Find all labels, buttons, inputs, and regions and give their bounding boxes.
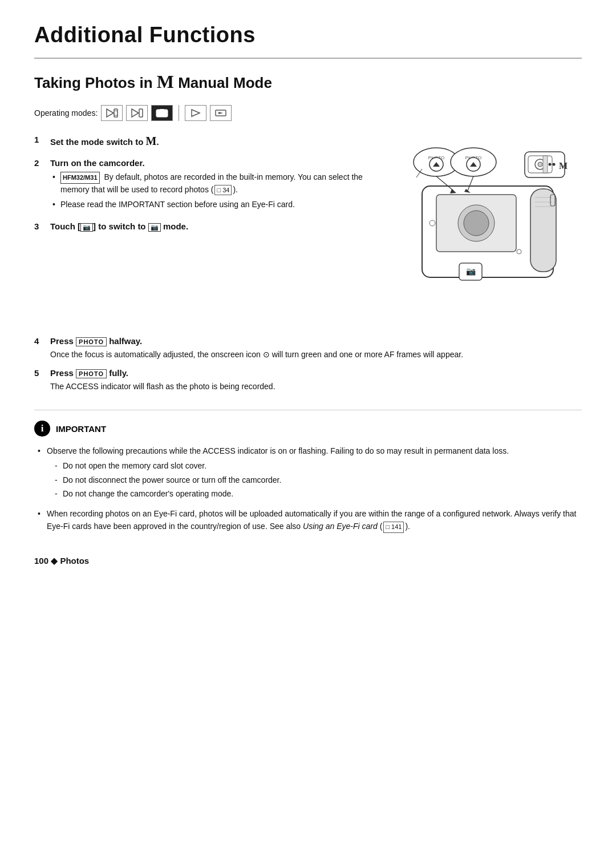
step-1-content: Set the mode switch to M. [50, 135, 388, 150]
mode-movie2 [126, 105, 148, 121]
page-title: Additional Functions [34, 23, 582, 47]
mode-photo-active [151, 105, 173, 121]
svg-marker-10 [192, 110, 200, 116]
mode-play2 [210, 105, 232, 121]
photo-icon-inline: 📷 [80, 223, 93, 232]
section-heading: Taking Photos in M Manual Mode [34, 71, 582, 92]
important-header: i IMPORTANT [34, 421, 582, 437]
section-divider [34, 58, 582, 59]
section-heading-rest: Manual Mode [178, 74, 272, 91]
important-bullet-2: When recording photos on an Eye-Fi card,… [34, 507, 582, 533]
steps-below: 4 Press PHOTO halfway. Once the focus is… [34, 336, 582, 393]
step-5-body-text: The ACCESS indicator will flash as the p… [50, 381, 582, 393]
step-3-num: 3 [34, 221, 44, 231]
section-heading-m: M [157, 71, 174, 92]
step-1: 1 Set the mode switch to M. [34, 135, 388, 150]
step-2-bullet-2: Please read the IMPORTANT section before… [50, 199, 388, 211]
step-3: 3 Touch [📷] to switch to 📷 mode. [34, 221, 388, 234]
svg-rect-5 [139, 109, 143, 117]
svg-point-9 [161, 113, 163, 115]
svg-rect-8 [160, 109, 164, 111]
important-section: i IMPORTANT Observe the following precau… [34, 410, 582, 532]
svg-marker-0 [107, 109, 114, 117]
important-bullet-1: Observe the following precautions while … [34, 445, 582, 500]
step-4-title: Press PHOTO halfway. [50, 336, 582, 346]
step-4-body-text: Once the focus is automatically adjusted… [50, 349, 582, 361]
step-1-num: 1 [34, 135, 44, 144]
step-5-num: 5 [34, 368, 44, 378]
svg-marker-4 [132, 109, 139, 117]
photo-btn-step5: PHOTO [76, 369, 107, 378]
step-5-body: Press PHOTO fully. The ACCESS indicator … [50, 368, 582, 393]
section-heading-text: Taking Photos in [34, 74, 153, 91]
important-icon: i [34, 421, 50, 437]
step-4-num: 4 [34, 336, 44, 346]
model-badge: HFM32/M31 [60, 172, 100, 184]
camera-diagram-area: PHOTO PHOTO M [405, 135, 582, 325]
photo-btn-step4: PHOTO [76, 337, 107, 346]
step-4-body: Press PHOTO halfway. Once the focus is a… [50, 336, 582, 361]
step-2-bullet-1: HFM32/M31 By default, photos are recorde… [50, 171, 388, 196]
step-4: 4 Press PHOTO halfway. Once the focus is… [34, 336, 582, 361]
page-footer: 100 ◆ Photos [34, 556, 582, 566]
footer-page-num: 100 [34, 556, 48, 566]
photo-mode-icon: 📷 [148, 223, 161, 232]
svg-point-25 [538, 162, 542, 167]
svg-text:📷: 📷 [466, 267, 476, 276]
svg-rect-26 [543, 156, 548, 173]
footer-label: Photos [60, 556, 89, 566]
operating-modes: Operating modes: [34, 105, 582, 121]
important-bullets: Observe the following precautions while … [34, 445, 582, 532]
step-2-bullets: HFM32/M31 By default, photos are recorde… [50, 171, 388, 211]
svg-point-29 [553, 163, 556, 166]
sub-bullet-2: Do not disconnect the power source or tu… [54, 474, 582, 487]
ref-34: □ 34 [214, 185, 232, 196]
step-5-title: Press PHOTO fully. [50, 368, 582, 378]
step-2-title: Turn on the camcorder. [50, 158, 388, 168]
step-5: 5 Press PHOTO fully. The ACCESS indicato… [34, 368, 582, 393]
step-1-m: M [146, 135, 157, 147]
sub-bullet-1: Do not open the memory card slot cover. [54, 460, 582, 473]
footer-bullet: ◆ [51, 556, 58, 566]
sub-bullet-3: Do not change the camcorder's operating … [54, 488, 582, 500]
camera-svg: PHOTO PHOTO M [405, 140, 576, 323]
svg-marker-12 [218, 112, 223, 114]
content-area: 1 Set the mode switch to M. 2 Turn on th… [34, 135, 582, 325]
eyefi-italic: Using an Eye-Fi card [303, 522, 378, 531]
step-3-content: Touch [📷] to switch to 📷 mode. [50, 221, 388, 234]
step-2-content: Turn on the camcorder. HFM32/M31 By defa… [50, 158, 388, 213]
mode-play [185, 105, 206, 121]
step-2-num: 2 [34, 158, 44, 168]
steps-left: 1 Set the mode switch to M. 2 Turn on th… [34, 135, 388, 325]
svg-point-28 [549, 163, 552, 166]
svg-text:M: M [559, 161, 568, 171]
step-2: 2 Turn on the camcorder. HFM32/M31 By de… [34, 158, 388, 213]
svg-rect-35 [530, 189, 556, 272]
step-3-title: Touch [📷] to switch to 📷 mode. [50, 221, 388, 232]
operating-modes-label: Operating modes: [34, 108, 98, 118]
ref-141: □ 141 [383, 522, 404, 533]
mode-divider [179, 105, 179, 121]
svg-rect-1 [114, 109, 117, 117]
mode-movie [101, 105, 123, 121]
important-label: IMPORTANT [56, 424, 106, 434]
svg-point-33 [464, 211, 489, 236]
important-sub-bullets-1: Do not open the memory card slot cover. … [47, 460, 582, 500]
step-1-title: Set the mode switch to M. [50, 135, 388, 148]
